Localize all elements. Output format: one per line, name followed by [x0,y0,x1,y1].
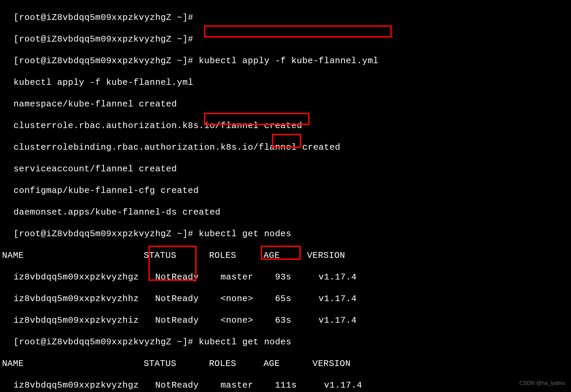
table-row: iz8vbdqq5m09xxpzkvyzhiz NotReady <none> … [2,315,571,326]
command-text: kubectl get nodes [199,229,292,239]
output-line: clusterrole.rbac.authorization.k8s.io/fl… [2,120,571,131]
output-line: clusterrolebinding.rbac.authorization.k8… [2,142,571,153]
output-line: namespace/kube-flannel created [2,99,571,109]
prompt-line-get1[interactable]: [root@iZ8vbdqq5m09xxpzkvyzhgZ ~]# kubect… [2,228,571,239]
prompt-text: [root@iZ8vbdqq5m09xxpzkvyzhgZ ~]# [14,337,199,347]
output-line: configmap/kube-flannel-cfg created [2,185,571,196]
table-header: NAME STATUS ROLES AGE VERSION [2,250,571,261]
prompt-line-empty: [root@iZ8vbdqq5m09xxpzkvyzhgZ ~]# [2,34,571,45]
output-line: kubectl apply -f kube-flannel.yml [2,77,571,88]
command-text: kubectl apply -f kube-flannel.yml [199,56,379,66]
output-line: daemonset.apps/kube-flannel-ds created [2,207,571,218]
prompt-line-get2[interactable]: [root@iZ8vbdqq5m09xxpzkvyzhgZ ~]# kubect… [2,337,571,347]
table-header: NAME STATUS ROLES AGE VERSION [2,358,571,369]
table-row: iz8vbdqq5m09xxpzkvyzhgz NotReady master … [2,272,571,283]
prompt-text: [root@iZ8vbdqq5m09xxpzkvyzhgZ ~]# [14,56,199,66]
terminal-output: [root@iZ8vbdqq5m09xxpzkvyzhgZ ~]# [root@… [0,0,571,392]
prompt-text: [root@iZ8vbdqq5m09xxpzkvyzhgZ ~]# [14,13,193,23]
command-text: kubectl get nodes [199,337,292,347]
prompt-line-partial: [root@iZ8vbdqq5m09xxpzkvyzhgZ ~]# [2,12,571,23]
output-line: serviceaccount/flannel created [2,164,571,174]
watermark-text: CSDN @ha_lydms [520,378,565,389]
prompt-line-apply[interactable]: [root@iZ8vbdqq5m09xxpzkvyzhgZ ~]# kubect… [2,55,571,66]
prompt-text: [root@iZ8vbdqq5m09xxpzkvyzhgZ ~]# [14,229,199,239]
table-row: iz8vbdqq5m09xxpzkvyzhhz NotReady <none> … [2,293,571,304]
table-row: iz8vbdqq5m09xxpzkvyzhgz NotReady master … [2,380,571,391]
prompt-text: [root@iZ8vbdqq5m09xxpzkvyzhgZ ~]# [14,34,193,44]
